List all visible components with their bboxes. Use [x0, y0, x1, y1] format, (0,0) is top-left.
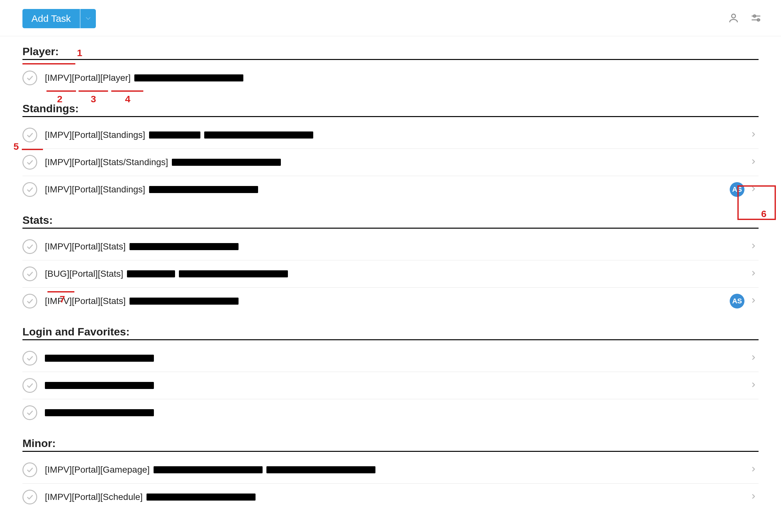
task-complete-checkbox[interactable] — [23, 71, 37, 85]
redacted-text — [147, 493, 255, 500]
task-row[interactable]: [BUG][Portal][Stats] — [23, 260, 758, 288]
task-row[interactable] — [23, 399, 758, 426]
task-title: [IMPV][Portal][Gamepage] — [45, 465, 375, 475]
task-title: [IMPV][Portal][Stats/Standings] — [45, 157, 281, 167]
chevron-right-icon[interactable] — [750, 157, 756, 167]
task-prefix: [IMPV][Portal][Standings] — [45, 185, 148, 195]
redacted-text — [45, 355, 154, 362]
task-row-actions — [750, 353, 758, 363]
task-row-actions — [750, 465, 758, 475]
toolbar-right — [728, 12, 762, 25]
task-list: [IMPV][Portal][Standings] [IMPV][Portal]… — [23, 122, 758, 203]
chevron-right-icon[interactable] — [750, 185, 756, 195]
task-row[interactable] — [23, 372, 758, 399]
task-complete-checkbox[interactable] — [23, 378, 37, 393]
task-complete-checkbox[interactable] — [23, 462, 37, 477]
redacted-text — [172, 159, 281, 166]
task-title — [45, 409, 154, 416]
redacted-text — [45, 382, 154, 389]
task-prefix: [IMPV][Portal][Player] — [45, 73, 133, 83]
task-title: [IMPV][Portal][Player] — [45, 73, 243, 83]
task-row[interactable] — [23, 345, 758, 372]
task-complete-checkbox[interactable] — [23, 294, 37, 309]
task-prefix: [IMPV][Portal][Standings] — [45, 130, 148, 140]
chevron-down-icon — [85, 15, 92, 23]
task-complete-checkbox[interactable] — [23, 351, 37, 366]
task-title — [45, 382, 154, 389]
svg-point-0 — [732, 14, 736, 18]
toolbar-left: Add Task — [23, 9, 96, 28]
chevron-right-icon[interactable] — [750, 242, 756, 252]
task-complete-checkbox[interactable] — [23, 182, 37, 197]
task-list — [23, 345, 758, 426]
redacted-text — [266, 466, 375, 473]
task-complete-checkbox[interactable] — [23, 239, 37, 254]
task-list: [IMPV][Portal][Gamepage] [IMPV][Portal][… — [23, 456, 758, 510]
task-row[interactable]: [IMPV][Portal][Gamepage] — [23, 456, 758, 484]
redacted-text — [149, 131, 200, 138]
task-prefix: [IMPV][Portal][Stats/Standings] — [45, 157, 171, 167]
task-row[interactable]: [IMPV][Portal][Standings] — [23, 122, 758, 149]
task-complete-checkbox[interactable] — [23, 155, 37, 170]
task-row-actions — [750, 130, 758, 140]
redacted-text — [127, 270, 175, 277]
task-title: [IMPV][Portal][Standings] — [45, 185, 258, 195]
redacted-text — [129, 243, 239, 250]
task-row[interactable]: [IMPV][Portal][Schedule] — [23, 484, 758, 510]
section-heading: Minor: — [23, 437, 758, 452]
task-title: [IMPV][Portal][Schedule] — [45, 492, 255, 502]
task-title: [BUG][Portal][Stats] — [45, 269, 288, 279]
task-row[interactable]: [IMPV][Portal][Stats] AS — [23, 288, 758, 315]
person-icon[interactable] — [728, 12, 739, 25]
task-row-actions — [750, 242, 758, 252]
toolbar: Add Task — [0, 0, 781, 36]
task-title: [IMPV][Portal][Stats] — [45, 242, 239, 252]
task-row[interactable]: [IMPV][Portal][Player] — [23, 65, 758, 91]
add-task-button-group: Add Task — [23, 9, 96, 28]
assignee-avatar[interactable]: AS — [730, 294, 744, 309]
task-title: [IMPV][Portal][Stats] — [45, 296, 239, 306]
task-row-actions — [750, 380, 758, 391]
redacted-text — [179, 270, 288, 277]
task-row-actions: AS — [730, 182, 758, 197]
task-row-actions — [750, 492, 758, 502]
chevron-right-icon[interactable] — [750, 465, 756, 475]
add-task-dropdown-button[interactable] — [80, 9, 96, 28]
redacted-text — [134, 74, 243, 81]
redacted-text — [204, 131, 313, 138]
task-title: [IMPV][Portal][Standings] — [45, 130, 313, 140]
section-heading: Player: — [23, 45, 758, 60]
redacted-text — [154, 466, 262, 473]
task-prefix: [IMPV][Portal][Stats] — [45, 296, 128, 306]
add-task-button[interactable]: Add Task — [23, 9, 80, 28]
chevron-right-icon[interactable] — [750, 492, 756, 502]
settings-sliders-icon[interactable] — [750, 12, 762, 25]
task-row[interactable]: [IMPV][Portal][Stats] — [23, 233, 758, 260]
chevron-right-icon[interactable] — [750, 269, 756, 279]
task-prefix: [IMPV][Portal][Gamepage] — [45, 465, 152, 475]
chevron-right-icon[interactable] — [750, 130, 756, 140]
task-title — [45, 355, 154, 362]
task-prefix: [BUG][Portal][Stats] — [45, 269, 126, 279]
task-prefix: [IMPV][Portal][Stats] — [45, 242, 128, 252]
chevron-right-icon[interactable] — [750, 296, 756, 306]
assignee-avatar[interactable]: AS — [730, 182, 744, 197]
task-row[interactable]: [IMPV][Portal][Standings] AS — [23, 176, 758, 203]
task-row[interactable]: [IMPV][Portal][Stats/Standings] — [23, 149, 758, 176]
section-heading: Stats: — [23, 214, 758, 229]
task-list: [IMPV][Portal][Stats] [BUG][Portal][Stat… — [23, 233, 758, 315]
task-list: [IMPV][Portal][Player] — [23, 65, 758, 91]
chevron-right-icon[interactable] — [750, 380, 756, 391]
redacted-text — [149, 186, 258, 193]
redacted-text — [45, 409, 154, 416]
task-prefix: [IMPV][Portal][Schedule] — [45, 492, 145, 502]
redacted-text — [129, 297, 239, 304]
chevron-right-icon[interactable] — [750, 353, 756, 363]
task-complete-checkbox[interactable] — [23, 490, 37, 504]
task-complete-checkbox[interactable] — [23, 128, 37, 142]
task-row-actions — [750, 269, 758, 279]
task-complete-checkbox[interactable] — [23, 405, 37, 420]
task-row-actions — [750, 157, 758, 167]
content-area: Player:[IMPV][Portal][Player] Standings:… — [0, 36, 781, 523]
task-complete-checkbox[interactable] — [23, 267, 37, 281]
